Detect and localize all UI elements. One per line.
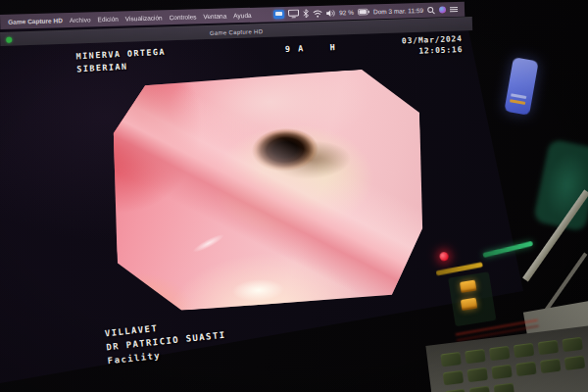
osd-datetime-block: 03/Mar/2024 12:05:16 bbox=[368, 33, 464, 59]
menu-archivo[interactable]: Archivo bbox=[70, 16, 91, 24]
menu-ayuda[interactable]: Ayuda bbox=[233, 12, 252, 20]
traffic-light-green-icon[interactable] bbox=[6, 37, 12, 43]
red-led-icon bbox=[439, 252, 449, 262]
osd-patient-block: MINERVA ORTEGA SIBERIAN bbox=[75, 46, 166, 76]
osd-age: 9 A bbox=[285, 42, 305, 56]
volume-icon[interactable] bbox=[326, 9, 335, 17]
menu-controles[interactable]: Controles bbox=[170, 13, 197, 21]
display-mirroring-icon[interactable] bbox=[288, 9, 299, 18]
keyboard-key bbox=[465, 349, 485, 364]
keyboard-key bbox=[494, 383, 514, 392]
menu-visualizacion[interactable]: Visualización bbox=[125, 14, 163, 22]
menu-clock[interactable]: Dom 3 mar. 11:59 bbox=[373, 7, 423, 15]
capture-app-icon[interactable] bbox=[273, 10, 284, 19]
keyboard-key bbox=[515, 362, 536, 376]
photographed-monitor-scene: Game Capture HD Archivo Edición Visualiz… bbox=[0, 0, 588, 392]
keyboard-key bbox=[538, 340, 559, 355]
bluetooth-icon[interactable] bbox=[303, 9, 309, 18]
menu-edicion[interactable]: Edición bbox=[97, 16, 119, 24]
menu-app-name[interactable]: Game Capture HD bbox=[8, 17, 63, 25]
keyboard-key bbox=[469, 386, 490, 392]
keyboard-key bbox=[489, 346, 510, 361]
small-blue-device bbox=[504, 57, 538, 116]
keyboard-key bbox=[440, 352, 461, 367]
siri-icon[interactable] bbox=[439, 6, 446, 13]
osd-age-sex: 9 A H bbox=[285, 41, 337, 56]
keyboard-key bbox=[562, 337, 582, 352]
keyboard-key bbox=[467, 368, 488, 382]
menu-ventana[interactable]: Ventana bbox=[203, 13, 226, 21]
green-led-bar bbox=[482, 241, 533, 258]
osd-sex: H bbox=[329, 41, 336, 54]
keyboard-key bbox=[514, 343, 534, 358]
endoscopy-video-frame bbox=[108, 67, 429, 314]
keyboard-key bbox=[443, 370, 464, 385]
wifi-icon[interactable] bbox=[313, 9, 322, 17]
control-center-icon[interactable] bbox=[450, 7, 458, 12]
window-title: Game Capture HD bbox=[210, 28, 263, 36]
keyboard-key bbox=[564, 356, 585, 370]
battery-percent: 92 % bbox=[339, 9, 354, 16]
menu-status-area: 92 % Dom 3 mar. 11:59 bbox=[273, 5, 465, 19]
keyboard-key bbox=[540, 359, 561, 373]
spotlight-icon[interactable] bbox=[427, 6, 435, 14]
keyboard-key bbox=[491, 365, 512, 379]
teal-drape bbox=[533, 138, 588, 231]
battery-icon[interactable] bbox=[358, 8, 369, 15]
